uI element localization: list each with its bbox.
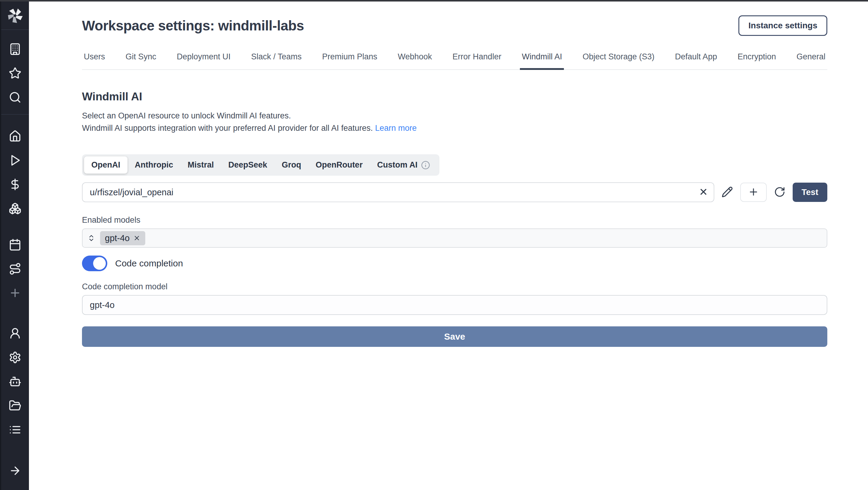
code-completion-model-input[interactable] (82, 295, 827, 315)
sidebar-workers-button[interactable] (1, 370, 29, 394)
main-content: Workspace settings: windmill-labs Instan… (29, 1, 868, 490)
tab-object-storage-s3[interactable]: Object Storage (S3) (581, 52, 656, 70)
add-resource-button[interactable] (740, 183, 767, 202)
tab-general[interactable]: General (795, 52, 827, 70)
pencil-icon (721, 186, 733, 198)
tab-encryption[interactable]: Encryption (736, 52, 778, 70)
enabled-models-multiselect[interactable]: gpt-4o (82, 228, 827, 248)
boxes-icon (9, 202, 22, 216)
toggle-knob (93, 257, 106, 270)
learn-more-link[interactable]: Learn more (375, 124, 416, 132)
tab-webhook[interactable]: Webhook (396, 52, 434, 70)
provider-tab-anthropic[interactable]: Anthropic (127, 156, 181, 174)
sidebar-home-button[interactable] (1, 125, 29, 149)
gear-icon (9, 351, 22, 365)
settings-tab-bar: Users Git Sync Deployment UI Slack / Tea… (82, 52, 827, 70)
calendar-icon (9, 238, 22, 252)
provider-tab-deepseek[interactable]: DeepSeek (221, 156, 275, 174)
page-title: Workspace settings: windmill-labs (82, 18, 304, 34)
arrow-right-icon (9, 464, 22, 478)
sidebar (0, 1, 29, 490)
code-completion-label: Code completion (115, 258, 183, 269)
sidebar-variables-button[interactable] (1, 173, 29, 197)
building-icon (9, 43, 22, 57)
sidebar-schedules-button[interactable] (1, 233, 29, 257)
tab-deployment-ui[interactable]: Deployment UI (175, 52, 233, 70)
sidebar-search-button[interactable] (1, 86, 29, 110)
sidebar-folders-button[interactable] (1, 394, 29, 418)
provider-tab-group: OpenAI Anthropic Mistral DeepSeek Groq O… (82, 154, 439, 176)
resource-input[interactable] (82, 182, 714, 202)
save-button[interactable]: Save (82, 326, 827, 347)
plus-icon (748, 187, 759, 198)
sidebar-resources-button[interactable] (1, 197, 29, 221)
provider-tab-groq[interactable]: Groq (275, 156, 309, 174)
provider-tab-openrouter[interactable]: OpenRouter (308, 156, 370, 174)
tab-slack-teams[interactable]: Slack / Teams (249, 52, 304, 70)
chevrons-up-down-icon (87, 234, 95, 242)
sidebar-user-button[interactable] (1, 322, 29, 346)
description-line-2: Windmill AI supports integration with yo… (82, 122, 827, 134)
windmill-logo-icon (6, 6, 24, 25)
sidebar-triggers-button[interactable] (1, 257, 29, 281)
section-description: Select an OpenAI resource to unlock Wind… (82, 110, 827, 134)
section-heading: Windmill AI (82, 90, 827, 103)
folder-open-icon (9, 399, 22, 413)
provider-tab-mistral[interactable]: Mistral (181, 156, 221, 174)
tab-premium-plans[interactable]: Premium Plans (320, 52, 379, 70)
instance-settings-button[interactable]: Instance settings (738, 16, 827, 36)
close-icon (699, 187, 708, 198)
sidebar-favorites-button[interactable] (1, 62, 29, 86)
resource-picker-row: Test (82, 182, 827, 202)
sidebar-logo-button[interactable] (1, 1, 29, 30)
description-line-1: Select an OpenAI resource to unlock Wind… (82, 110, 827, 122)
plus-icon (9, 286, 22, 301)
tab-default-app[interactable]: Default App (673, 52, 719, 70)
page-header: Workspace settings: windmill-labs Instan… (82, 16, 827, 36)
refresh-resource-button[interactable] (772, 184, 787, 201)
sidebar-runs-button[interactable] (1, 149, 29, 173)
sidebar-divider (1, 114, 29, 115)
sidebar-add-button[interactable] (1, 281, 29, 306)
user-icon (9, 327, 22, 341)
robot-icon (9, 375, 22, 389)
code-completion-row: Code completion (82, 255, 827, 271)
star-icon (9, 67, 22, 81)
provider-tab-openai[interactable]: OpenAI (84, 156, 127, 174)
tab-windmill-ai[interactable]: Windmill AI (520, 52, 564, 70)
tab-users[interactable]: Users (82, 52, 107, 70)
sidebar-audit-logs-button[interactable] (1, 418, 29, 442)
provider-tab-custom-ai[interactable]: Custom AI (370, 156, 437, 174)
code-completion-model-label: Code completion model (82, 282, 827, 292)
list-icon (9, 423, 22, 437)
code-completion-toggle[interactable] (82, 255, 107, 271)
resource-input-wrap (82, 182, 714, 202)
remove-model-icon[interactable] (133, 235, 141, 242)
clear-resource-button[interactable] (699, 187, 708, 198)
route-icon (9, 263, 22, 276)
test-button[interactable]: Test (793, 183, 828, 202)
sidebar-workspace-button[interactable] (1, 38, 29, 62)
edit-resource-button[interactable] (720, 184, 735, 201)
tab-error-handler[interactable]: Error Handler (451, 52, 503, 70)
home-icon (9, 130, 22, 144)
play-icon (9, 154, 22, 168)
info-icon (421, 161, 430, 170)
search-icon (9, 91, 22, 105)
tab-git-sync[interactable]: Git Sync (124, 52, 158, 70)
sidebar-settings-button[interactable] (1, 346, 29, 370)
dollar-icon (9, 178, 22, 192)
refresh-icon (774, 186, 785, 198)
sidebar-expand-button[interactable] (1, 459, 29, 483)
model-tag-label: gpt-4o (105, 233, 130, 243)
enabled-models-label: Enabled models (82, 215, 827, 225)
model-tag: gpt-4o (100, 231, 145, 245)
